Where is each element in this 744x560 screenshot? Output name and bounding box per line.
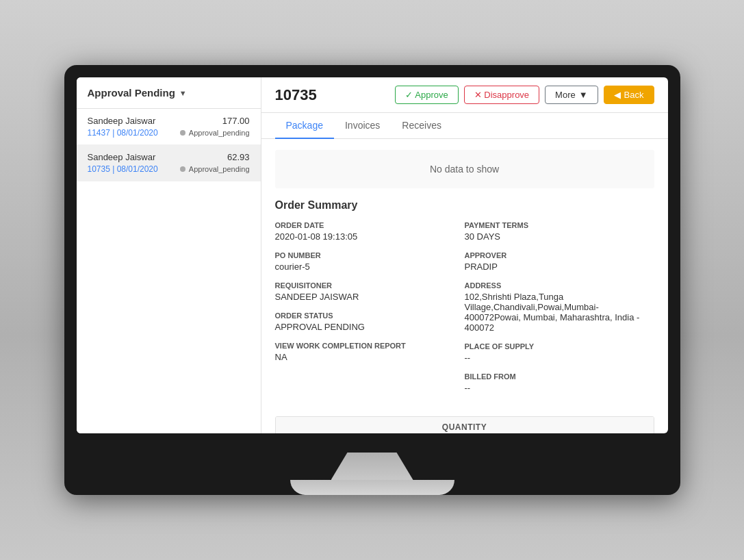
order-field-order-date: ORDER DATE 2020-01-08 19:13:05 [275,221,465,242]
order-fields-right: PAYMENT TERMS 30 DAYS APPROVER PRADIP AD… [465,221,654,403]
sidebar-header-title: Approval Pending [88,87,175,99]
sidebar-item-row2: 10735 | 08/01/2020 Approval_pending [88,164,250,174]
sidebar-item-row1: Sandeep Jaiswar 62.93 [88,152,250,162]
sidebar-item-name: Sandeep Jaiswar [88,116,156,126]
approve-button[interactable]: ✓ Approve [395,86,458,104]
order-field-label: PAYMENT TERMS [465,221,654,229]
order-field-value: -- [465,383,654,393]
order-field-label: PO NUMBER [275,251,465,259]
sidebar-item-status: Approval_pending [180,165,250,173]
sidebar-item-id-date: 10735 | 08/01/2020 [88,164,158,174]
status-dot-icon [180,130,185,136]
tab-receives[interactable]: Receives [391,113,452,139]
order-summary-title: Order Summary [275,199,654,212]
order-field-work-report: VIEW WORK COMPLETION REPORT NA [275,342,465,362]
order-field-label: APPROVER [465,251,654,259]
back-label: Back [624,90,644,100]
page-title: 10735 [275,86,317,104]
order-field-value: -- [465,353,654,363]
order-field-label: ORDER STATUS [275,311,465,320]
tab-package[interactable]: Package [275,113,334,139]
sidebar-item-1[interactable]: Sandeep Jaiswar 62.93 10735 | 08/01/2020… [77,145,261,181]
no-data-message: No data to show [275,150,654,188]
sidebar-item-status-text: Approval_pending [189,165,250,173]
sidebar-item-amount: 62.93 [227,152,250,162]
sidebar: Approval Pending ▼ Sandeep Jaiswar 177.0… [77,77,261,433]
status-dot-icon [180,166,185,172]
order-field-label: ADDRESS [465,281,654,290]
order-fields-left: ORDER DATE 2020-01-08 19:13:05 PO NUMBER… [275,221,465,403]
order-field-address: ADDRESS 102,Shrishti Plaza,Tunga Village… [465,281,654,333]
sidebar-item-status: Approval_pending [180,129,250,137]
sidebar-item-0[interactable]: Sandeep Jaiswar 177.00 11437 | 08/01/202… [77,109,261,145]
order-field-value: 2020-01-08 19:13:05 [275,231,465,242]
back-button[interactable]: ◀ Back [604,86,654,104]
quantity-table: QUANTITY PRODUCT NAME HSN/SAC ORDERED SH… [275,416,654,433]
more-chevron-icon: ▼ [579,90,588,100]
monitor-stand-base [290,480,454,495]
order-field-value: courier-5 [275,262,465,272]
more-label: More [555,90,576,100]
sidebar-item-row1: Sandeep Jaiswar 177.00 [88,116,250,126]
order-field-po-number: PO NUMBER courier-5 [275,251,465,272]
header-actions: ✓ Approve ✕ Disapprove More ▼ ◀ Back [395,86,654,104]
order-field-place-of-supply: PLACE OF SUPPLY -- [465,342,654,363]
monitor-stand-neck [331,453,413,480]
sidebar-item-id-date: 11437 | 08/01/2020 [88,128,158,138]
order-field-label: BILLED FROM [465,372,654,381]
monitor: Approval Pending ▼ Sandeep Jaiswar 177.0… [64,65,680,495]
sidebar-item-name: Sandeep Jaiswar [88,152,156,162]
order-field-label: REQUISITONER [275,281,465,290]
order-field-label: VIEW WORK COMPLETION REPORT [275,342,465,350]
order-field-value: APPROVAL PENDING [275,322,465,332]
more-button[interactable]: More ▼ [545,86,598,104]
order-field-label: PLACE OF SUPPLY [465,342,654,351]
sidebar-item-row2: 11437 | 08/01/2020 Approval_pending [88,128,250,138]
main-header: 10735 ✓ Approve ✕ Disapprove More ▼ ◀ Ba… [261,77,668,113]
order-field-requisitoner: REQUISITONER SANDEEP JAISWAR [275,281,465,302]
order-field-label: ORDER DATE [275,221,465,229]
main-content: 10735 ✓ Approve ✕ Disapprove More ▼ ◀ Ba… [261,77,668,433]
sidebar-item-amount: 177.00 [222,116,250,126]
order-field-value: 102,Shrishti Plaza,Tunga Village,Chandiv… [465,292,654,333]
order-field-value: 30 DAYS [465,231,654,242]
sidebar-item-status-text: Approval_pending [189,129,250,137]
sidebar-dropdown-icon: ▼ [179,89,187,97]
tab-invoices[interactable]: Invoices [334,113,391,139]
order-field-billed-from: BILLED FROM -- [465,372,654,393]
sidebar-header[interactable]: Approval Pending ▼ [77,77,261,109]
monitor-bezel-bottom [77,433,668,453]
table-section-header: QUANTITY [276,417,654,433]
order-field-payment-terms: PAYMENT TERMS 30 DAYS [465,221,654,242]
disapprove-button[interactable]: ✕ Disapprove [464,86,539,104]
order-field-value: NA [275,352,465,362]
tab-content: No data to show Order Summary ORDER DATE… [261,139,668,433]
order-field-order-status: ORDER STATUS APPROVAL PENDING [275,311,465,332]
order-summary-grid: ORDER DATE 2020-01-08 19:13:05 PO NUMBER… [275,221,654,403]
order-field-value: SANDEEP JAISWAR [275,292,465,302]
tabs: Package Invoices Receives [261,113,668,139]
app-container: Approval Pending ▼ Sandeep Jaiswar 177.0… [77,77,668,433]
back-arrow-icon: ◀ [614,90,621,100]
order-field-value: PRADIP [465,262,654,272]
order-field-approver: APPROVER PRADIP [465,251,654,272]
monitor-screen: Approval Pending ▼ Sandeep Jaiswar 177.0… [77,77,668,433]
